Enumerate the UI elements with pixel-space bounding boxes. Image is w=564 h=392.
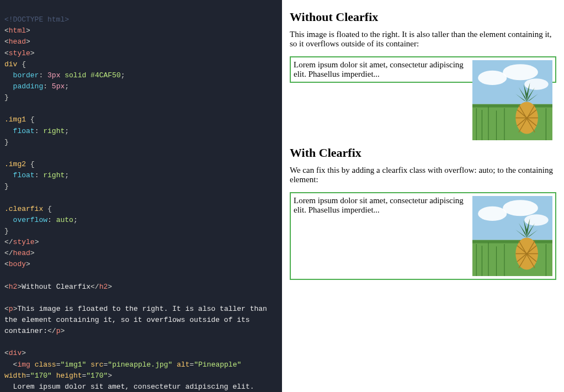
css-selector-img1: .img1 [4, 115, 26, 124]
preview-heading-2: With Clearfix [290, 140, 556, 160]
svg-rect-18 [472, 240, 552, 243]
css-val-float-2: right [43, 171, 65, 179]
css-prop-padding: padding [13, 82, 44, 91]
preview-para-2: We can fix this by adding a clearfix cla… [290, 166, 556, 184]
svg-point-2 [503, 64, 538, 80]
css-selector-img2: .img2 [4, 160, 26, 168]
pineapple-image-2 [472, 196, 552, 276]
code-img1-alt: Pineapple [198, 361, 237, 369]
preview-box-with-clearfix: Lorem ipsum dolor sit amet, consectetur … [290, 192, 556, 280]
svg-point-15 [503, 200, 538, 216]
svg-point-1 [478, 71, 507, 85]
css-prop-border: border [13, 71, 39, 80]
css-val-padding: 5px [52, 82, 65, 91]
css-prop-float-2: float [13, 171, 35, 179]
css-val-overflow: auto [56, 216, 73, 224]
code-editor-pane[interactable]: <!DOCTYPE html> <html> <head> <style> di… [0, 0, 282, 392]
code-img1-class: img1 [65, 361, 82, 369]
pineapple-image [472, 60, 552, 140]
css-prop-float: float [13, 127, 35, 135]
css-val-border-style: solid [65, 71, 86, 80]
css-val-border-width: 3px [47, 71, 60, 80]
css-prop-overflow: overflow [13, 216, 47, 224]
css-val-border-color: #4CAF50 [91, 71, 121, 80]
preview-pane: Without Clearfix This image is floated t… [282, 0, 564, 392]
preview-box1-text: Lorem ipsum dolor sit amet, consectetur … [294, 60, 464, 78]
code-doctype: <!DOCTYPE html> [4, 15, 69, 24]
preview-heading-1: Without Clearfix [290, 10, 556, 24]
preview-para-1: This image is floated to the right. It i… [290, 30, 556, 49]
preview-box2-text: Lorem ipsum dolor sit amet, consectetur … [294, 196, 464, 214]
svg-point-3 [524, 78, 549, 89]
css-val-float: right [43, 127, 65, 135]
css-selector-div: div [4, 60, 17, 68]
code-p-1: This image is floated to the right. It i… [4, 305, 272, 335]
css-selector-clearfix: .clearfix [4, 205, 43, 213]
svg-rect-17 [472, 240, 552, 276]
preview-box-no-clearfix: Lorem ipsum dolor sit amet, consectetur … [290, 56, 556, 83]
code-lorem-1: Lorem ipsum dolor sit amet, consectetur … [4, 383, 258, 392]
code-img1-h: 170 [91, 372, 103, 380]
code-img1-w: 170 [35, 372, 47, 380]
svg-point-14 [478, 206, 507, 221]
svg-rect-5 [472, 104, 552, 108]
code-h2-1: Without Clearfix [22, 283, 91, 291]
svg-point-16 [524, 214, 549, 225]
svg-rect-4 [472, 104, 552, 140]
code-img1-src: pineapple.jpg [112, 361, 168, 369]
